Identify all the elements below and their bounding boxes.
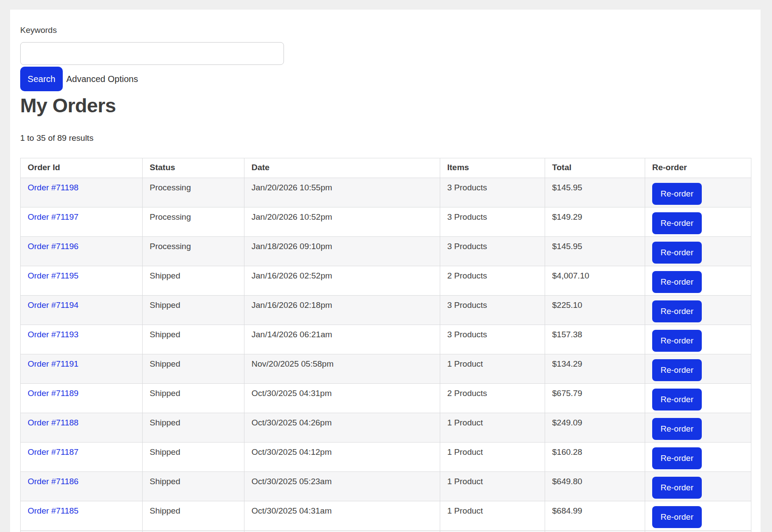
reorder-button[interactable]: Re-order [652, 242, 702, 264]
reorder-cell: Re-order [645, 354, 751, 383]
order-link[interactable]: Order #71191 [28, 359, 79, 368]
order-id-cell: Order #71198 [21, 178, 143, 207]
date-cell: Jan/16/2026 02:18pm [244, 295, 440, 325]
order-id-cell: Order #71188 [21, 413, 143, 442]
order-link[interactable]: Order #71196 [28, 242, 79, 251]
date-cell: Jan/18/2026 09:10pm [244, 236, 440, 266]
items-cell: 3 Products [440, 325, 545, 354]
status-cell: Shipped [143, 266, 244, 295]
order-id-cell: Order #71186 [21, 471, 143, 501]
search-button[interactable]: Search [20, 67, 63, 91]
reorder-cell: Re-order [645, 501, 751, 530]
items-cell: 2 Products [440, 383, 545, 413]
reorder-button[interactable]: Re-order [652, 271, 702, 293]
reorder-button[interactable]: Re-order [652, 389, 702, 411]
items-cell: 1 Product [440, 471, 545, 501]
column-header-status: Status [143, 158, 244, 178]
status-cell: Shipped [143, 383, 244, 413]
reorder-cell: Re-order [645, 413, 751, 442]
column-header-items: Items [440, 158, 545, 178]
reorder-button[interactable]: Re-order [652, 212, 702, 234]
order-id-cell: Order #71191 [21, 354, 143, 383]
table-row: Order #71189ShippedOct/30/2025 04:31pm2 … [21, 383, 751, 413]
status-cell: Processing [143, 207, 244, 236]
items-cell: 1 Product [440, 413, 545, 442]
table-row: Order #71191ShippedNov/20/2025 05:58pm1 … [21, 354, 751, 383]
date-cell: Jan/16/2026 02:52pm [244, 266, 440, 295]
reorder-button[interactable]: Re-order [652, 447, 702, 469]
order-link[interactable]: Order #71197 [28, 212, 79, 221]
empty-cell [440, 530, 545, 532]
order-link[interactable]: Order #71185 [28, 506, 79, 515]
reorder-button[interactable]: Re-order [652, 300, 702, 322]
items-cell: 1 Product [440, 501, 545, 530]
items-cell: 3 Products [440, 295, 545, 325]
date-cell: Oct/30/2025 04:26pm [244, 413, 440, 442]
items-cell: 3 Products [440, 178, 545, 207]
results-summary: 1 to 35 of 89 results [20, 134, 751, 143]
content-card: Keywords Search Advanced Options My Orde… [10, 10, 761, 532]
order-id-cell: Order #71197 [21, 207, 143, 236]
total-cell: $225.10 [545, 295, 645, 325]
table-row-partial [21, 530, 751, 532]
order-link[interactable]: Order #71193 [28, 330, 79, 339]
items-cell: 1 Product [440, 442, 545, 471]
keywords-input[interactable] [20, 42, 284, 65]
reorder-cell: Re-order [645, 207, 751, 236]
table-row: Order #71187ShippedOct/30/2025 04:12pm1 … [21, 442, 751, 471]
order-id-cell: Order #71194 [21, 295, 143, 325]
column-header-total: Total [545, 158, 645, 178]
reorder-button[interactable]: Re-order [652, 477, 702, 499]
order-link[interactable]: Order #71188 [28, 418, 79, 427]
order-link[interactable]: Order #71187 [28, 447, 79, 457]
date-cell: Oct/30/2025 05:23am [244, 471, 440, 501]
table-row: Order #71188ShippedOct/30/2025 04:26pm1 … [21, 413, 751, 442]
reorder-cell: Re-order [645, 471, 751, 501]
empty-cell [545, 530, 645, 532]
keywords-label: Keywords [20, 25, 751, 35]
table-row: Order #71193ShippedJan/14/2026 06:21am3 … [21, 325, 751, 354]
items-cell: 2 Products [440, 266, 545, 295]
order-link[interactable]: Order #71186 [28, 477, 79, 486]
table-row: Order #71194ShippedJan/16/2026 02:18pm3 … [21, 295, 751, 325]
orders-table: Order IdStatusDateItemsTotalRe-order Ord… [20, 158, 751, 532]
search-row: Search Advanced Options [20, 67, 751, 91]
status-cell: Shipped [143, 295, 244, 325]
order-link[interactable]: Order #71194 [28, 300, 79, 310]
empty-cell [645, 530, 751, 532]
status-cell: Shipped [143, 442, 244, 471]
total-cell: $160.28 [545, 442, 645, 471]
total-cell: $157.38 [545, 325, 645, 354]
status-cell: Processing [143, 178, 244, 207]
status-cell: Shipped [143, 471, 244, 501]
items-cell: 3 Products [440, 207, 545, 236]
column-header-date: Date [244, 158, 440, 178]
reorder-button[interactable]: Re-order [652, 183, 702, 205]
reorder-button[interactable]: Re-order [652, 506, 702, 528]
status-cell: Shipped [143, 354, 244, 383]
order-link[interactable]: Order #71195 [28, 271, 79, 280]
reorder-button[interactable]: Re-order [652, 330, 702, 352]
date-cell: Jan/14/2026 06:21am [244, 325, 440, 354]
table-row: Order #71197ProcessingJan/20/2026 10:52p… [21, 207, 751, 236]
date-cell: Nov/20/2025 05:58pm [244, 354, 440, 383]
order-link[interactable]: Order #71189 [28, 389, 79, 398]
total-cell: $649.80 [545, 471, 645, 501]
total-cell: $134.29 [545, 354, 645, 383]
column-header-re-order: Re-order [645, 158, 751, 178]
status-cell: Shipped [143, 325, 244, 354]
order-id-cell: Order #71193 [21, 325, 143, 354]
reorder-cell: Re-order [645, 236, 751, 266]
total-cell: $249.09 [545, 413, 645, 442]
reorder-button[interactable]: Re-order [652, 359, 702, 381]
order-link[interactable]: Order #71198 [28, 183, 79, 192]
table-row: Order #71196ProcessingJan/18/2026 09:10p… [21, 236, 751, 266]
empty-cell [21, 530, 143, 532]
total-cell: $4,007.10 [545, 266, 645, 295]
column-header-order-id: Order Id [21, 158, 143, 178]
status-cell: Shipped [143, 413, 244, 442]
reorder-button[interactable]: Re-order [652, 418, 702, 440]
total-cell: $149.29 [545, 207, 645, 236]
advanced-options-link[interactable]: Advanced Options [66, 74, 138, 84]
order-id-cell: Order #71196 [21, 236, 143, 266]
